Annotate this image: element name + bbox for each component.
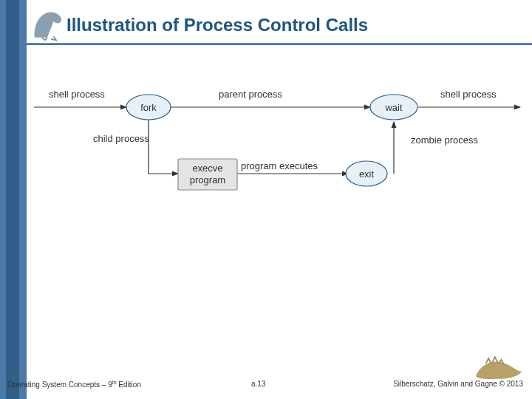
- slide-title: Illustration of Process Control Calls: [66, 15, 368, 35]
- dinosaur-right-icon: [473, 353, 525, 383]
- label-program-executes: program executes: [241, 160, 318, 171]
- node-exit: exit: [359, 168, 375, 180]
- footer-book: Operating System Concepts – 9th Edition: [7, 380, 141, 389]
- slide: Illustration of Process Control Calls sh…: [0, 0, 532, 399]
- process-control-diagram: shell process parent process shell proce…: [27, 66, 532, 214]
- label-parent-process: parent process: [219, 89, 282, 100]
- node-execve-line2: program: [190, 174, 225, 185]
- dinosaur-left-icon: [28, 6, 66, 41]
- left-stripe-inner: [6, 0, 19, 399]
- label-zombie-process: zombie process: [411, 134, 478, 146]
- label-child-process: child process: [93, 133, 149, 144]
- node-fork: fork: [140, 102, 157, 113]
- node-execve-line1: execve: [192, 163, 222, 174]
- label-shell-process-right: shell process: [440, 89, 497, 100]
- footer-book-prefix: Operating System Concepts – 9: [7, 381, 112, 389]
- footer-book-suffix: Edition: [117, 381, 141, 389]
- label-shell-process-left: shell process: [49, 89, 105, 100]
- title-underline: [27, 43, 532, 45]
- footer: Operating System Concepts – 9th Edition …: [0, 380, 532, 395]
- node-wait: wait: [384, 102, 403, 113]
- left-stripe: [0, 0, 27, 399]
- footer-page: a.13: [251, 380, 265, 388]
- footer-copyright: Silberschatz, Galvin and Gagne © 2013: [393, 380, 523, 388]
